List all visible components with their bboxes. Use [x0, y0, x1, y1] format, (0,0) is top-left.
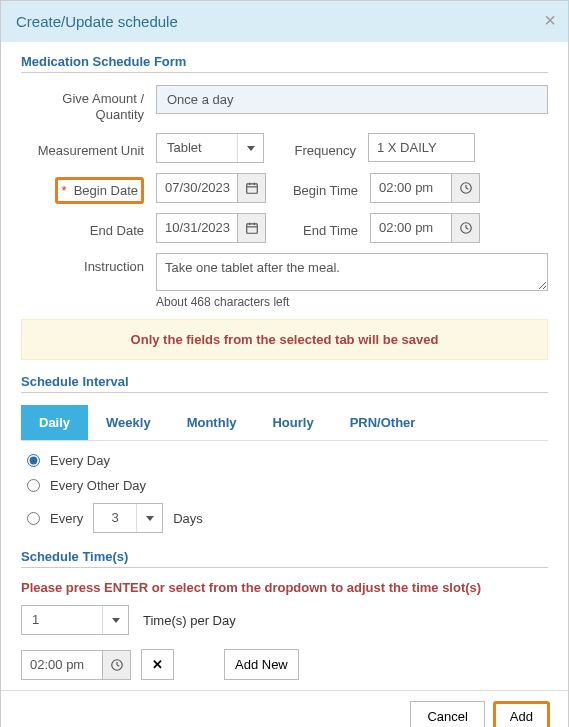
- row-end: End Date 10/31/2023 End Time 02:00 pm: [21, 213, 548, 243]
- label-give-amount: Give Amount / Quantity: [21, 85, 156, 123]
- slot-time-input[interactable]: 02:00 pm: [21, 650, 131, 680]
- end-time-value: 02:00 pm: [371, 214, 451, 242]
- clock-icon[interactable]: [451, 174, 479, 202]
- tab-monthly[interactable]: Monthly: [169, 405, 255, 440]
- measurement-unit-value: Tablet: [157, 134, 237, 162]
- divider: [21, 392, 548, 393]
- label-measurement-unit: Measurement Unit: [21, 137, 156, 159]
- clock-icon[interactable]: [102, 651, 130, 679]
- radio-every-n[interactable]: Every 3 Days: [27, 503, 548, 533]
- begin-date-value: 07/30/2023: [157, 174, 237, 202]
- end-time-input[interactable]: 02:00 pm: [370, 213, 480, 243]
- svg-line-13: [466, 228, 468, 229]
- row-give-amount: Give Amount / Quantity: [21, 85, 548, 123]
- row-unit-freq: Measurement Unit Tablet Frequency: [21, 133, 548, 163]
- frequency-input[interactable]: [368, 133, 475, 162]
- label-end-date: End Date: [21, 217, 156, 239]
- times-per-day-row: 1 Time(s) per Day: [21, 605, 548, 635]
- label-begin-date: * Begin Date: [21, 177, 156, 199]
- instruction-textarea[interactable]: [156, 253, 548, 291]
- tab-bar: Daily Weekly Monthly Hourly PRN/Other: [21, 405, 548, 441]
- svg-rect-7: [246, 224, 257, 233]
- caret-down-icon: [237, 134, 263, 162]
- radio-every-other-day[interactable]: Every Other Day: [27, 478, 548, 493]
- divider: [21, 567, 548, 568]
- row-begin: * Begin Date 07/30/2023 Begin Time 02:00…: [21, 173, 548, 203]
- tab-weekly[interactable]: Weekly: [88, 405, 169, 440]
- caret-down-icon: [136, 504, 162, 532]
- remove-slot-button[interactable]: ✕: [141, 649, 174, 680]
- section-title-interval: Schedule Interval: [21, 374, 548, 389]
- modal-create-update-schedule: Create/Update schedule × Medication Sche…: [0, 0, 569, 727]
- cancel-button[interactable]: Cancel: [410, 701, 484, 727]
- label-instruction: Instruction: [21, 253, 156, 275]
- days-suffix: Days: [173, 511, 203, 526]
- svg-line-16: [117, 665, 119, 666]
- end-date-value: 10/31/2023: [157, 214, 237, 242]
- section-title-times: Schedule Time(s): [21, 549, 548, 564]
- modal-title: Create/Update schedule: [16, 13, 178, 30]
- add-button[interactable]: Add: [493, 701, 550, 727]
- add-new-button[interactable]: Add New: [224, 649, 299, 680]
- give-amount-input[interactable]: [156, 85, 548, 114]
- tab-daily[interactable]: Daily: [21, 405, 88, 440]
- radio-every-label: Every: [50, 511, 83, 526]
- modal-body: Medication Schedule Form Give Amount / Q…: [1, 42, 568, 690]
- begin-time-input[interactable]: 02:00 pm: [370, 173, 480, 203]
- tab-hourly[interactable]: Hourly: [254, 405, 331, 440]
- calendar-icon[interactable]: [237, 214, 265, 242]
- begin-time-value: 02:00 pm: [371, 174, 451, 202]
- modal-header: Create/Update schedule ×: [1, 1, 568, 42]
- label-begin-time: Begin Time: [284, 177, 370, 199]
- radio-every-day-input[interactable]: [27, 454, 40, 467]
- times-per-day-label: Time(s) per Day: [143, 613, 236, 628]
- label-frequency: Frequency: [282, 137, 368, 159]
- clock-icon[interactable]: [451, 214, 479, 242]
- radio-every-day[interactable]: Every Day: [27, 453, 548, 468]
- measurement-unit-select[interactable]: Tablet: [156, 133, 264, 163]
- every-n-value: 3: [94, 504, 136, 532]
- every-n-select[interactable]: 3: [93, 503, 163, 533]
- time-slot-row: 02:00 pm ✕ Add New: [21, 649, 548, 680]
- warning-banner: Only the fields from the selected tab wi…: [21, 319, 548, 360]
- close-icon[interactable]: ×: [544, 9, 556, 32]
- slot-time-value: 02:00 pm: [22, 651, 102, 679]
- section-title-form: Medication Schedule Form: [21, 54, 548, 69]
- close-icon: ✕: [152, 657, 163, 672]
- caret-down-icon: [102, 606, 128, 634]
- svg-line-6: [466, 188, 468, 189]
- radio-every-day-label: Every Day: [50, 453, 110, 468]
- tab-prn-other[interactable]: PRN/Other: [332, 405, 434, 440]
- begin-date-input[interactable]: 07/30/2023: [156, 173, 266, 203]
- end-date-input[interactable]: 10/31/2023: [156, 213, 266, 243]
- modal-footer: Cancel Add: [1, 690, 568, 727]
- label-end-time: End Time: [284, 217, 370, 239]
- divider: [21, 72, 548, 73]
- svg-rect-0: [246, 184, 257, 193]
- radio-every-n-input[interactable]: [27, 512, 40, 525]
- radio-every-other-input[interactable]: [27, 479, 40, 492]
- row-instruction: Instruction About 468 characters left: [21, 253, 548, 309]
- enter-hint: Please press ENTER or select from the dr…: [21, 580, 548, 595]
- calendar-icon[interactable]: [237, 174, 265, 202]
- char-left-text: About 468 characters left: [156, 295, 289, 309]
- times-per-day-value: 1: [22, 606, 102, 634]
- times-per-day-select[interactable]: 1: [21, 605, 129, 635]
- radio-every-other-label: Every Other Day: [50, 478, 146, 493]
